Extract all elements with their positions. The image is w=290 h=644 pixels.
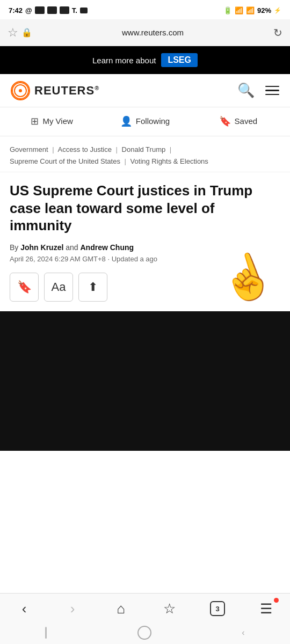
star-icon: ☆: [163, 601, 176, 617]
reload-button[interactable]: ↻: [273, 26, 282, 39]
favorites-button[interactable]: ☆: [153, 596, 185, 621]
share-icon: ⬆: [88, 280, 98, 294]
bottom-nav-buttons: ‹ › ⌂ ☆ 3 ☰: [0, 594, 290, 624]
notification-badge: [274, 598, 279, 603]
lock-icon: 🔒: [21, 27, 32, 38]
tab-myview[interactable]: ⊞ My View: [5, 107, 98, 136]
app-icon-4: [80, 8, 88, 13]
breadcrumb-voting-rights[interactable]: Voting Rights & Elections: [130, 157, 208, 165]
tab-count-display: 3: [210, 601, 225, 616]
menu-line-2: [265, 90, 279, 91]
ad-lseg-badge[interactable]: LSEG: [161, 53, 198, 67]
breadcrumb-government[interactable]: Government: [10, 145, 48, 153]
battery-percent: 92%: [257, 6, 271, 14]
updated-suffix: ago: [146, 255, 157, 263]
reuters-logo-circle: [11, 81, 30, 100]
myview-label: My View: [42, 116, 73, 126]
myview-icon: ⊞: [31, 115, 39, 127]
breadcrumb-sep-2: |: [116, 145, 118, 153]
bookmark-star-icon[interactable]: ☆: [8, 26, 18, 40]
breadcrumb-sep-3: |: [170, 145, 171, 153]
tabs-button[interactable]: 3: [201, 596, 234, 621]
app-icon-3: [60, 6, 69, 14]
saved-icon: 🔖: [219, 115, 231, 127]
back-button[interactable]: ‹: [8, 596, 40, 621]
ad-banner[interactable]: Learn more about LSEG: [0, 46, 290, 74]
font-label: Aa: [52, 280, 66, 294]
back-arrow-icon: ‹: [22, 601, 27, 617]
forward-arrow-icon: ›: [70, 601, 75, 617]
menu-line-1: [265, 86, 279, 87]
author2-name[interactable]: Andrew Chung: [81, 243, 134, 252]
menu-lines-icon: ☰: [260, 601, 272, 617]
breadcrumb: Government | Access to Justice | Donald …: [0, 136, 290, 172]
breadcrumb-supreme-court[interactable]: Supreme Court of the United States: [10, 157, 120, 165]
time-display: 7:42: [9, 6, 23, 14]
forward-button[interactable]: ›: [56, 596, 89, 621]
article-date: April 26, 2024 6:29 AM GMT+8 · Updated a…: [10, 255, 280, 263]
breadcrumb-sep-1: |: [52, 145, 54, 153]
charging-icon: ⚡: [274, 7, 281, 14]
menu-line-3: [265, 94, 279, 96]
battery-icon: 🔋: [223, 6, 232, 14]
article-toolbar: 🔖 Aa ⬆: [10, 273, 280, 302]
app-icon-1: [35, 6, 45, 14]
logo-dot: [19, 89, 22, 92]
following-icon: 👤: [120, 115, 132, 127]
header-icons: 🔍: [237, 82, 279, 99]
bottom-handle-bar: ‹: [0, 624, 290, 644]
handle-back-arrow: ‹: [242, 628, 244, 638]
article-byline: By John Kruzel and Andrew Chung: [10, 243, 280, 252]
status-right: 🔋 📶 📶 92% ⚡: [223, 6, 281, 14]
breadcrumb-donald-trump[interactable]: Donald Trump: [122, 145, 166, 153]
handle-circle: [137, 626, 151, 640]
signal-icon: 📶: [235, 6, 243, 14]
author1-name[interactable]: John Kruzel: [20, 243, 63, 252]
tab-count-text: 3: [215, 605, 219, 613]
bookmark-icon: 🔖: [17, 280, 32, 294]
save-article-button[interactable]: 🔖: [10, 273, 39, 302]
tab-following[interactable]: 👤 Following: [98, 107, 191, 136]
app-letter-t: T.: [72, 6, 77, 14]
reuters-header: REUTERS® 🔍: [0, 74, 290, 107]
home-button[interactable]: ⌂: [105, 596, 137, 621]
reuters-logo[interactable]: REUTERS®: [11, 81, 99, 100]
status-bar: 7:42 @ T. 🔋 📶 📶 92% ⚡: [0, 0, 290, 19]
bottom-nav: ‹ › ⌂ ☆ 3 ☰ ‹: [0, 593, 290, 644]
following-label: Following: [136, 116, 170, 126]
menu-button[interactable]: [265, 86, 279, 96]
saved-label: Saved: [235, 116, 258, 126]
nav-tabs: ⊞ My View 👤 Following 🔖 Saved: [0, 107, 290, 136]
at-symbol: @: [25, 6, 32, 14]
breadcrumb-access-to-justice[interactable]: Access to Justice: [57, 145, 111, 153]
article-image: [0, 311, 290, 451]
date-text: April 26, 2024 6:29 AM GMT+8: [10, 255, 106, 263]
share-button[interactable]: ⬆: [78, 273, 107, 302]
reuters-wordmark: REUTERS®: [34, 84, 99, 98]
font-size-button[interactable]: Aa: [44, 273, 73, 302]
article-content: US Supreme Court justices in Trump case …: [0, 172, 290, 302]
status-time: 7:42 @ T.: [9, 6, 88, 14]
wifi-icon: 📶: [246, 6, 255, 14]
browser-chrome: ☆ 🔒 www.reuters.com ↻: [0, 19, 290, 46]
handle-line-1: [45, 627, 47, 639]
tab-saved[interactable]: 🔖 Saved: [192, 107, 285, 136]
app-icon-2: [47, 6, 57, 14]
url-bar[interactable]: www.reuters.com: [32, 28, 273, 37]
breadcrumb-sep-4: |: [125, 157, 126, 165]
article-title: US Supreme Court justices in Trump case …: [10, 182, 280, 235]
home-icon: ⌂: [117, 601, 125, 617]
byline-prefix: By: [10, 243, 20, 252]
ad-learn-more-text: Learn more about: [92, 56, 156, 65]
browser-menu-button[interactable]: ☰: [250, 596, 282, 621]
author-sep: and: [63, 243, 80, 252]
updated-prefix: · Updated a: [107, 255, 143, 263]
search-button[interactable]: 🔍: [237, 82, 255, 99]
